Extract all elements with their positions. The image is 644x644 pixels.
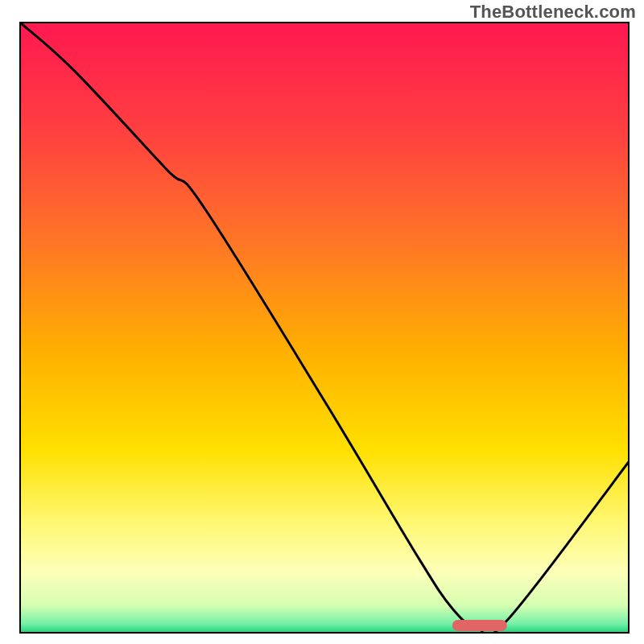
plot-background: [20, 23, 629, 633]
chart-svg: [0, 0, 644, 644]
optimal-marker: [452, 620, 507, 631]
watermark-text: TheBottleneck.com: [470, 2, 636, 23]
chart-stage: TheBottleneck.com: [0, 0, 644, 644]
